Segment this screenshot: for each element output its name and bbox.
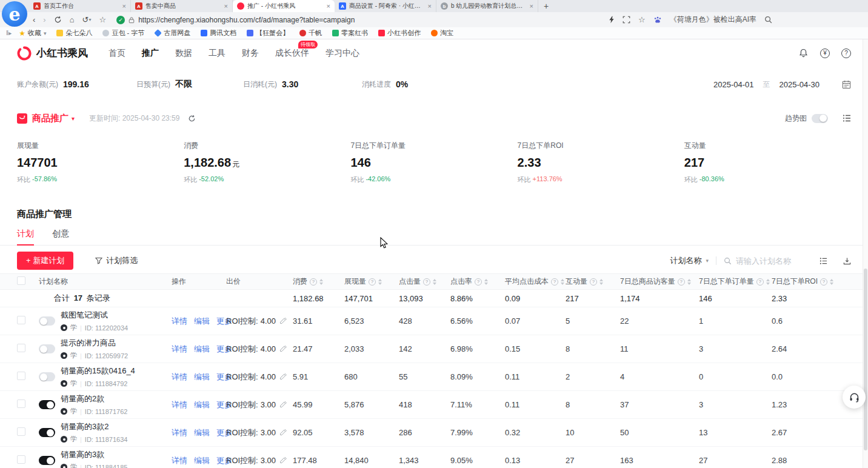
plan-enable-toggle[interactable]: [39, 316, 55, 326]
screenshot-icon[interactable]: [623, 16, 630, 24]
row-checkbox[interactable]: [17, 316, 25, 324]
plan-action-link[interactable]: 编辑: [194, 456, 210, 465]
sort-icon[interactable]: [766, 279, 770, 285]
paw-icon[interactable]: [653, 16, 662, 24]
new-plan-button[interactable]: + 新建计划: [17, 252, 73, 270]
new-tab-button[interactable]: +: [538, 0, 554, 12]
browser-tab[interactable]: A商品设置 - 阿奇索 · 小红书自动…×: [335, 0, 436, 12]
column-settings-icon[interactable]: [843, 114, 851, 122]
plan-action-link[interactable]: 详情: [172, 428, 187, 437]
tab-close-icon[interactable]: ×: [327, 3, 330, 10]
plan-action-link[interactable]: 详情: [172, 400, 187, 409]
scrollbar-thumb[interactable]: [864, 269, 867, 450]
row-checkbox[interactable]: [17, 399, 25, 408]
plan-action-link[interactable]: 编辑: [194, 344, 210, 353]
row-checkbox[interactable]: [17, 344, 25, 352]
nav-item-learning[interactable]: 学习中心: [326, 48, 359, 59]
nav-item-partners[interactable]: 成长伙伴待领取: [275, 48, 309, 59]
sort-icon[interactable]: [319, 279, 323, 285]
manage-tab[interactable]: 计划: [17, 229, 34, 246]
plan-enable-toggle[interactable]: [39, 344, 55, 353]
plan-action-link[interactable]: 编辑: [194, 428, 210, 437]
plan-enable-toggle[interactable]: [39, 400, 55, 409]
history-icon[interactable]: ↺▾: [82, 16, 92, 24]
plan-action-link[interactable]: 编辑: [194, 400, 210, 409]
browser-tab[interactable]: bb 幼儿园劳动教育计划总结方案…×: [436, 0, 538, 12]
column-settings-icon[interactable]: [820, 257, 827, 265]
lightning-icon[interactable]: [609, 16, 615, 24]
sort-icon[interactable]: [378, 279, 382, 285]
row-checkbox[interactable]: [17, 427, 25, 436]
browser-tab[interactable]: 推广 - 小红书乘风×: [233, 0, 335, 12]
nav-item-home[interactable]: 首页: [109, 48, 125, 59]
forward-icon[interactable]: ›: [43, 16, 45, 24]
sort-icon[interactable]: [687, 279, 691, 285]
browser-tab[interactable]: A首页工作台×: [29, 0, 131, 12]
search-field-select[interactable]: 计划名称 ▾: [670, 255, 709, 266]
nav-item-data[interactable]: 数据: [175, 48, 192, 59]
edit-bid-icon[interactable]: [279, 401, 287, 408]
row-checkbox[interactable]: [17, 455, 25, 464]
date-range-picker[interactable]: 2025-04-01 至 2025-04-30: [713, 79, 851, 90]
bookmark-item[interactable]: 小红书创作: [378, 28, 421, 38]
help-icon[interactable]: ?: [369, 278, 376, 286]
ai-detect-notice[interactable]: 《荷塘月色》被检出高AI率: [670, 15, 756, 25]
customer-service-button[interactable]: [843, 386, 866, 409]
browser-logo[interactable]: e: [2, 1, 27, 27]
favorite-star-icon[interactable]: ☆: [638, 16, 646, 24]
bookmark-item[interactable]: 千帆: [299, 28, 322, 38]
bookmark-item[interactable]: 淘宝: [431, 28, 453, 38]
help-icon[interactable]: ?: [310, 278, 317, 286]
plan-action-link[interactable]: 详情: [172, 344, 187, 353]
sidebar-toggle-icon[interactable]: ‖▸: [6, 30, 12, 36]
bookmark-page-icon[interactable]: ☆: [99, 16, 106, 24]
security-shield-icon[interactable]: ✓: [116, 16, 125, 24]
promo-type-title[interactable]: 商品推广: [32, 113, 68, 124]
date-start[interactable]: 2025-04-01: [713, 80, 754, 89]
help-icon[interactable]: ?: [841, 48, 851, 58]
edit-bid-icon[interactable]: [279, 429, 287, 436]
bookmark-item[interactable]: 朵七朵八: [56, 28, 92, 38]
plan-enable-toggle[interactable]: [39, 456, 55, 465]
browser-tab[interactable]: A售卖中商品×: [131, 0, 233, 12]
help-icon[interactable]: ?: [423, 278, 430, 286]
calendar-icon[interactable]: [842, 80, 851, 89]
help-icon[interactable]: ?: [678, 278, 685, 286]
help-icon[interactable]: ?: [475, 278, 482, 286]
sort-icon[interactable]: [433, 279, 436, 285]
select-all-checkbox[interactable]: [17, 276, 25, 285]
url-text[interactable]: https://chengfeng.xiaohongshu.com/cf/ad/…: [138, 16, 355, 24]
date-end[interactable]: 2025-04-30: [780, 80, 820, 89]
edit-bid-icon[interactable]: [279, 373, 287, 380]
nav-item-finance[interactable]: 财务: [242, 48, 259, 59]
reload-icon[interactable]: [54, 16, 62, 24]
bookmark-item[interactable]: 古厝网盘: [155, 28, 190, 38]
help-icon[interactable]: ?: [590, 278, 597, 286]
bookmark-item[interactable]: 豆包 - 字节: [102, 28, 144, 38]
download-icon[interactable]: [843, 257, 851, 265]
tab-close-icon[interactable]: ×: [530, 3, 533, 10]
manage-tab[interactable]: 创意: [52, 229, 69, 246]
nav-item-promotion[interactable]: 推广: [142, 48, 159, 59]
plan-search-input[interactable]: [736, 256, 804, 266]
brand[interactable]: 小红书乘风: [17, 46, 88, 61]
sort-icon[interactable]: [599, 279, 603, 285]
sort-icon[interactable]: [830, 279, 833, 285]
plan-filter-button[interactable]: 计划筛选: [95, 255, 138, 266]
edit-bid-icon[interactable]: [279, 456, 287, 464]
edit-bid-icon[interactable]: [279, 345, 287, 352]
plan-search-box[interactable]: [724, 256, 804, 266]
bookmark-item[interactable]: 【狂蟹会】: [247, 28, 289, 38]
plan-action-link[interactable]: 详情: [172, 456, 187, 465]
chevron-down-icon[interactable]: ▾: [72, 115, 75, 122]
recharge-icon[interactable]: ¥: [820, 48, 830, 58]
plan-action-link[interactable]: 编辑: [194, 372, 210, 381]
row-checkbox[interactable]: [17, 372, 25, 380]
sort-icon[interactable]: [484, 279, 488, 285]
help-icon[interactable]: ?: [756, 278, 764, 286]
bookmark-item[interactable]: 零案红书: [332, 28, 368, 38]
search-icon[interactable]: [764, 16, 772, 24]
bookmark-item[interactable]: ★收藏▾: [19, 28, 46, 38]
help-icon[interactable]: ?: [820, 278, 827, 286]
plan-enable-toggle[interactable]: [39, 372, 55, 381]
